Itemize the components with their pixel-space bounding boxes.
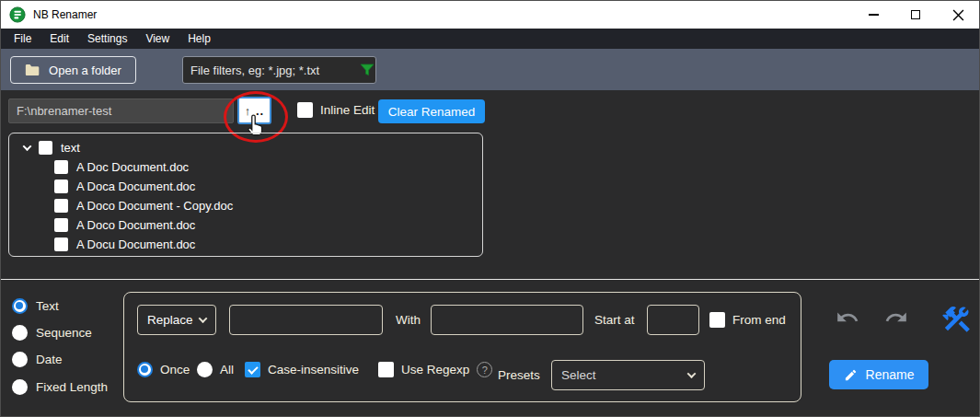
- folder-icon: [25, 64, 40, 76]
- rename-button[interactable]: Rename: [829, 360, 928, 389]
- scope-all-label: All: [220, 363, 234, 376]
- open-folder-button[interactable]: Open a folder: [10, 56, 136, 84]
- file-name: A Doco Document - Copy.doc: [76, 199, 233, 213]
- app-logo-icon: [9, 6, 26, 23]
- presets-label: Presets: [498, 368, 540, 382]
- with-label: With: [396, 313, 421, 327]
- tree-root-row[interactable]: text: [9, 138, 482, 157]
- presets-select-value: Select: [561, 368, 596, 382]
- tools-icon: [940, 303, 973, 336]
- mode-fixed-length[interactable]: Fixed Length: [12, 379, 108, 395]
- menu-settings[interactable]: Settings: [78, 29, 136, 49]
- tree-file-row[interactable]: A Doco Document.doc: [9, 215, 482, 235]
- toolbar: Open a folder: [1, 49, 979, 90]
- up-directory-button[interactable]: ↑ ..: [237, 97, 271, 124]
- tree-file-row[interactable]: A Doca Document.doc: [9, 177, 482, 196]
- mode-sequence[interactable]: Sequence: [12, 325, 92, 341]
- from-end-label: From end: [732, 313, 786, 327]
- scope-all-radio[interactable]: [197, 362, 213, 377]
- tree-file-row[interactable]: A Docu Document.doc: [9, 235, 482, 254]
- case-insensitive-checkbox[interactable]: [245, 362, 260, 377]
- close-button[interactable]: [937, 1, 979, 29]
- mode-fixed-length-radio[interactable]: [12, 379, 28, 395]
- chevron-down-icon: [199, 314, 208, 323]
- clear-renamed-button[interactable]: Clear Renamed: [378, 99, 485, 123]
- file-checkbox[interactable]: [54, 218, 68, 232]
- menu-bar: File Edit Settings View Help: [1, 29, 979, 49]
- filter-funnel-icon: [360, 64, 375, 76]
- file-name: A Doc Document.doc: [76, 160, 189, 174]
- replace-with-input[interactable]: [431, 305, 583, 335]
- file-checkbox[interactable]: [54, 199, 68, 213]
- file-filter-field: [182, 56, 376, 84]
- mode-date-radio[interactable]: [12, 352, 28, 367]
- maximize-icon: [911, 10, 920, 19]
- chevron-down-icon[interactable]: [23, 142, 32, 151]
- presets-select[interactable]: Select: [551, 360, 705, 390]
- tree-root-label: text: [61, 141, 80, 155]
- use-regexp-option[interactable]: Use Regexp ?: [378, 362, 492, 377]
- rename-label: Rename: [866, 367, 915, 382]
- mode-fixed-length-label: Fixed Length: [36, 380, 108, 394]
- menu-help[interactable]: Help: [179, 29, 220, 49]
- start-at-label: Start at: [594, 313, 635, 327]
- menu-view[interactable]: View: [136, 29, 179, 49]
- mode-date[interactable]: Date: [12, 352, 63, 367]
- section-divider: [1, 279, 979, 280]
- close-icon: [952, 9, 964, 21]
- case-insensitive-label: Case-insensitive: [268, 363, 359, 376]
- use-regexp-checkbox[interactable]: [378, 362, 394, 377]
- from-end-checkbox[interactable]: [709, 312, 725, 328]
- file-name: A Doco Document.doc: [76, 218, 195, 232]
- regexp-help-icon[interactable]: ?: [477, 362, 492, 377]
- inline-edit-checkbox[interactable]: [297, 102, 313, 118]
- file-checkbox[interactable]: [54, 180, 68, 193]
- mode-sequence-label: Sequence: [36, 326, 92, 340]
- app-window: NB Renamer File Edit Settings View Help …: [0, 0, 980, 417]
- file-filter-input[interactable]: [183, 64, 360, 77]
- inline-edit-option[interactable]: Inline Edit: [297, 102, 375, 118]
- scope-once-label: Once: [160, 363, 190, 376]
- action-select[interactable]: Replace: [137, 305, 216, 335]
- mode-date-label: Date: [36, 353, 63, 366]
- tools-button[interactable]: [940, 303, 973, 339]
- tree-root-checkbox[interactable]: [39, 141, 52, 155]
- maximize-button[interactable]: [894, 1, 937, 29]
- scope-once-radio[interactable]: [137, 362, 153, 377]
- minimize-icon: [869, 14, 879, 16]
- file-checkbox[interactable]: [54, 160, 68, 174]
- tree-file-row[interactable]: A Doco Document - Copy.doc: [9, 196, 482, 215]
- file-name: A Docu Document.doc: [76, 237, 195, 251]
- title-bar: NB Renamer: [1, 1, 979, 29]
- scope-once-option[interactable]: Once: [137, 362, 190, 377]
- file-checkbox[interactable]: [54, 237, 68, 251]
- case-insensitive-option[interactable]: Case-insensitive: [245, 362, 359, 377]
- inline-edit-label: Inline Edit: [320, 103, 375, 117]
- menu-file[interactable]: File: [5, 29, 40, 49]
- pencil-icon: [844, 368, 858, 382]
- chevron-down-icon: [687, 369, 697, 378]
- up-arrow-icon: ↑ ..: [245, 104, 264, 118]
- mode-text-radio[interactable]: [12, 298, 28, 314]
- minimize-button[interactable]: [852, 1, 894, 29]
- use-regexp-label: Use Regexp: [401, 363, 469, 376]
- open-folder-label: Open a folder: [49, 64, 121, 77]
- menu-edit[interactable]: Edit: [40, 29, 78, 49]
- current-path-input[interactable]: [8, 98, 234, 123]
- scope-all-option[interactable]: All: [197, 362, 234, 377]
- redo-button[interactable]: [882, 306, 910, 332]
- undo-icon: [834, 306, 861, 330]
- mode-sequence-radio[interactable]: [12, 325, 28, 341]
- tree-file-row[interactable]: A Doc Document.doc: [9, 157, 482, 177]
- window-title: NB Renamer: [33, 8, 97, 21]
- start-at-input[interactable]: [647, 305, 699, 335]
- file-name: A Doca Document.doc: [76, 180, 195, 193]
- redo-icon: [882, 306, 910, 330]
- from-end-option[interactable]: From end: [709, 312, 786, 328]
- mode-text-label: Text: [36, 299, 59, 313]
- action-select-value: Replace: [147, 313, 193, 327]
- search-text-input[interactable]: [229, 305, 383, 335]
- window-controls: [852, 1, 979, 29]
- undo-button[interactable]: [834, 306, 861, 332]
- mode-text[interactable]: Text: [12, 298, 59, 314]
